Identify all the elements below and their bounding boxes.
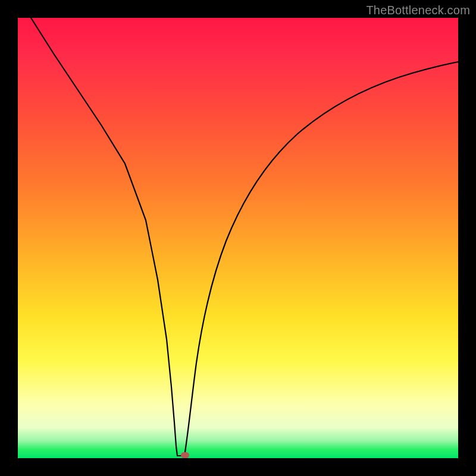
- min-point-marker: [181, 452, 189, 458]
- curve-left-branch: [31, 18, 177, 456]
- curve-right-branch: [184, 62, 458, 456]
- plot-area: [18, 18, 458, 458]
- watermark-text: TheBottleneck.com: [366, 4, 470, 17]
- bottleneck-curve: [18, 18, 458, 458]
- chart-frame: TheBottleneck.com: [0, 0, 476, 476]
